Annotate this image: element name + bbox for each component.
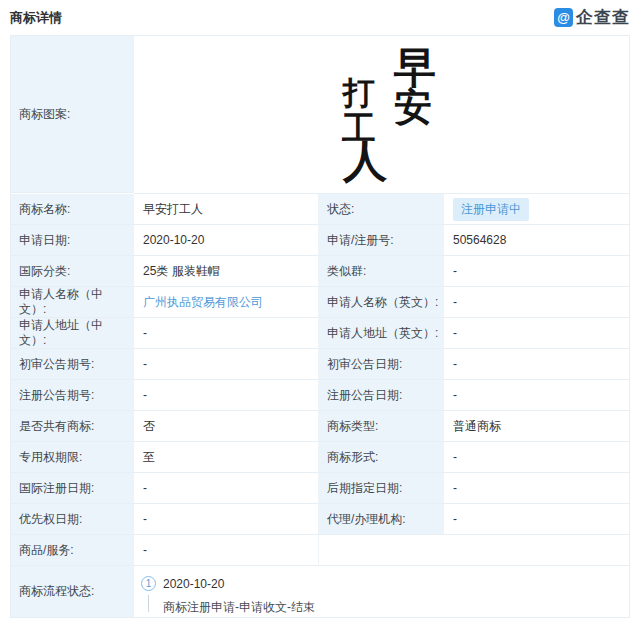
- field-label: 商标类型:: [319, 411, 444, 442]
- field-label: 代理/办理机构:: [319, 504, 444, 535]
- step-number-badge: 1: [141, 576, 156, 591]
- field-label: 申请人地址（英文）:: [319, 318, 444, 349]
- qichacha-brand-text: 企查查: [576, 6, 630, 29]
- field-label: 申请人地址（中文）:: [11, 318, 134, 349]
- field-value-trademark-type: 普通商标: [444, 411, 629, 442]
- field-value: -: [444, 318, 629, 349]
- flow-timeline: 1 2020-10-20 商标注册申请-申请收文-结束: [134, 566, 629, 617]
- qichacha-logo[interactable]: @ 企查查: [554, 6, 630, 29]
- field-label: 商标名称:: [11, 194, 134, 225]
- table-row-shared-trademark: 是否共有商标: 否 商标类型: 普通商标: [11, 411, 629, 442]
- field-value-status: 注册申请中: [444, 194, 629, 225]
- step-description: 商标注册申请-申请收文-结束: [163, 599, 315, 616]
- field-label: 商品/服务:: [11, 535, 134, 566]
- table-row-applicant-name: 申请人名称（中文）: 广州执品贸易有限公司 申请人名称（英文）: -: [11, 287, 629, 318]
- page-header: 商标详情 @ 企查查: [0, 0, 640, 35]
- field-label: 申请人名称（中文）:: [11, 287, 134, 318]
- field-label: 国际分类:: [11, 256, 134, 287]
- status-badge: 注册申请中: [453, 198, 529, 221]
- field-label: 状态:: [319, 194, 444, 225]
- field-label: 优先权日期:: [11, 504, 134, 535]
- trademark-detail-table: 商标图案: 早 安 打 工 人 商标名称: 早安打工人 状态: 注册申请中 申请…: [10, 35, 630, 618]
- field-value-classification: 25类 服装鞋帽: [134, 256, 319, 287]
- table-row-priority-date: 优先权日期: - 代理/办理机构: -: [11, 504, 629, 535]
- field-value-goods-services: -: [134, 535, 319, 566]
- trademark-character: 早: [394, 47, 436, 89]
- table-row-apply-date: 申请日期: 2020-10-20 申请/注册号: 50564628: [11, 225, 629, 256]
- table-row-name-status: 商标名称: 早安打工人 状态: 注册申请中: [11, 194, 629, 225]
- page-title: 商标详情: [10, 9, 62, 27]
- field-label: 专用权期限:: [11, 442, 134, 473]
- field-label: 后期指定日期:: [319, 473, 444, 504]
- field-value: -: [134, 318, 319, 349]
- field-label: 国际注册日期:: [11, 473, 134, 504]
- field-value: 至: [134, 442, 319, 473]
- field-label: 申请/注册号:: [319, 225, 444, 256]
- field-value: -: [134, 504, 319, 535]
- field-value-agency: -: [444, 504, 629, 535]
- field-label: 申请日期:: [11, 225, 134, 256]
- field-value-registration-number: 50564628: [444, 225, 629, 256]
- field-label: 初审公告日期:: [319, 349, 444, 380]
- applicant-company-link[interactable]: 广州执品贸易有限公司: [143, 294, 263, 311]
- field-value-trademark-name: 早安打工人: [134, 194, 319, 225]
- field-value: -: [134, 473, 319, 504]
- step-date: 2020-10-20: [163, 577, 224, 591]
- field-value: -: [134, 380, 319, 411]
- field-label-trademark-image: 商标图案:: [11, 36, 134, 193]
- field-value-applicant-cn: 广州执品贸易有限公司: [134, 287, 319, 318]
- field-label: 类似群:: [319, 256, 444, 287]
- field-label: 申请人名称（英文）:: [319, 287, 444, 318]
- qichacha-icon: @: [554, 8, 573, 27]
- table-row-applicant-address: 申请人地址（中文）: - 申请人地址（英文）: -: [11, 318, 629, 349]
- field-value-applicant-en: -: [444, 287, 629, 318]
- empty-cell: [319, 535, 629, 566]
- field-value: -: [444, 349, 629, 380]
- field-label: 初审公告期号:: [11, 349, 134, 380]
- field-label: 是否共有商标:: [11, 411, 134, 442]
- timeline-connector: [148, 595, 149, 612]
- field-value-apply-date: 2020-10-20: [134, 225, 319, 256]
- field-label: 商标流程状态:: [11, 566, 134, 617]
- field-value: 否: [134, 411, 319, 442]
- trademark-character: 安: [394, 88, 432, 126]
- trademark-character: 打: [343, 77, 375, 109]
- field-value: -: [134, 349, 319, 380]
- table-row-international-registration: 国际注册日期: - 后期指定日期: -: [11, 473, 629, 504]
- field-label: 商标形式:: [319, 442, 444, 473]
- field-value: -: [444, 473, 629, 504]
- field-label: 注册公告日期:: [319, 380, 444, 411]
- table-row-goods-services: 商品/服务: -: [11, 535, 629, 566]
- field-value-similar-group: -: [444, 256, 629, 287]
- field-value: -: [444, 442, 629, 473]
- table-row-flow-status: 商标流程状态: 1 2020-10-20 商标注册申请-申请收文-结束: [11, 566, 629, 617]
- table-row-exclusive-period: 专用权期限: 至 商标形式: -: [11, 442, 629, 473]
- table-row-preliminary-gazette: 初审公告期号: - 初审公告日期: -: [11, 349, 629, 380]
- table-row-trademark-image: 商标图案: 早 安 打 工 人: [11, 36, 629, 194]
- table-row-classification: 国际分类: 25类 服装鞋帽 类似群: -: [11, 256, 629, 287]
- field-label: 注册公告期号:: [11, 380, 134, 411]
- field-value: -: [444, 380, 629, 411]
- trademark-character: 人: [343, 139, 387, 183]
- table-row-registration-gazette: 注册公告期号: - 注册公告日期: -: [11, 380, 629, 411]
- trademark-image: 早 安 打 工 人: [134, 36, 629, 194]
